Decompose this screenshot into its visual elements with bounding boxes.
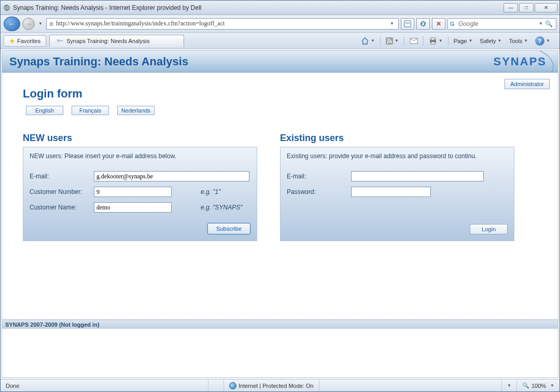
home-icon: [361, 37, 369, 45]
existing-users-panel: Existing users: provide your e-mail addr…: [280, 147, 514, 241]
zoom-level: 100%: [531, 383, 546, 389]
page-icon: 🗎: [49, 21, 56, 27]
custname-example: e.g. "SYNAPS": [201, 204, 243, 211]
minimize-button[interactable]: —: [503, 3, 518, 12]
security-zone[interactable]: Internet | Protected Mode: On: [223, 380, 319, 391]
subscribe-button[interactable]: Subscribe: [207, 223, 250, 234]
close-button[interactable]: ✕: [535, 3, 557, 12]
svg-rect-2: [404, 21, 411, 27]
home-button[interactable]: ▼: [358, 35, 378, 47]
login-button[interactable]: Login: [470, 224, 508, 234]
brand-logo: SYNAPS: [494, 55, 551, 68]
search-dropdown[interactable]: ▼: [538, 21, 544, 26]
nav-toolbar: ← → ▼ 🗎 ▼ ✕ G ▼ 🔍: [1, 15, 559, 33]
lang-francais[interactable]: Français: [72, 106, 109, 115]
zoom-control[interactable]: 🔍 100% ▼: [516, 380, 559, 391]
google-icon: G: [450, 20, 458, 27]
lang-english[interactable]: English: [26, 106, 63, 115]
address-bar[interactable]: 🗎 ▼: [46, 18, 399, 30]
mail-button[interactable]: [407, 35, 421, 47]
globe-icon: [229, 382, 236, 389]
refresh-button[interactable]: [416, 18, 430, 30]
new-email-label: E-mail:: [30, 173, 94, 180]
status-pad1: [208, 380, 223, 391]
ie-icon: [3, 4, 11, 12]
page-footer-strip: SYNAPS 2007-2009 (Not logged in): [2, 319, 558, 329]
window-titlebar: Synaps Training: Needs Analysis - Intern…: [1, 1, 559, 15]
customer-number-input[interactable]: [94, 187, 172, 197]
password-label: Password:: [287, 188, 351, 195]
customer-name-label: Customer Name:: [30, 204, 94, 211]
customer-name-input[interactable]: [94, 202, 172, 213]
tab-bar: ★ Favorites ៚ Synaps Training: Needs Ana…: [1, 33, 559, 49]
compat-view-button[interactable]: [401, 18, 414, 30]
rss-icon: [386, 37, 393, 45]
search-input[interactable]: [458, 20, 538, 27]
stop-button[interactable]: ✕: [432, 18, 445, 30]
svg-rect-9: [431, 38, 435, 40]
tab-swirl-icon: ៚: [57, 37, 63, 45]
administrator-button[interactable]: Administrator: [505, 79, 550, 89]
print-button[interactable]: ▼: [426, 35, 446, 47]
status-pad2: [319, 380, 501, 391]
search-box[interactable]: G ▼ 🔍: [447, 18, 556, 30]
page-title: Synaps Training: Needs Analysis: [9, 55, 188, 68]
existing-email-input[interactable]: [351, 171, 484, 181]
svg-rect-10: [431, 42, 435, 44]
favorites-label: Favorites: [17, 38, 40, 44]
page-viewport: Synaps Training: Needs Analysis SYNAPS A…: [2, 50, 558, 378]
search-go-icon[interactable]: 🔍: [544, 20, 554, 27]
help-button[interactable]: ?▼: [532, 35, 553, 47]
command-bar: ▼ ▼ ▼ Page▼ Safety▼ Tools▼ ?▼: [358, 35, 556, 47]
customer-number-label: Customer Number:: [30, 188, 94, 195]
back-button[interactable]: ←: [4, 17, 20, 31]
favorites-button[interactable]: ★ Favorites: [4, 35, 46, 47]
existing-email-label: E-mail:: [287, 173, 351, 180]
nav-history-dropdown[interactable]: ▼: [37, 18, 44, 30]
window-title: Synaps Training: Needs Analysis - Intern…: [13, 4, 503, 11]
page-header: Synaps Training: Needs Analysis SYNAPS: [2, 51, 558, 73]
existing-users-heading: Existing users: [280, 133, 514, 144]
browser-window: Synaps Training: Needs Analysis - Intern…: [0, 0, 560, 392]
printer-icon: [429, 37, 437, 45]
safety-menu[interactable]: Safety▼: [477, 35, 505, 47]
new-users-panel: NEW users: Please insert your e-mail add…: [23, 147, 257, 241]
help-icon: ?: [535, 36, 544, 46]
login-form-title: Login form: [23, 87, 537, 101]
language-row: English Français Nederlands: [26, 106, 537, 115]
existing-users-hint: Existing users: provide your e-mail addr…: [287, 152, 508, 160]
tab-active[interactable]: ៚ Synaps Training: Needs Analysis: [49, 35, 184, 47]
url-dropdown[interactable]: ▼: [388, 21, 396, 26]
svg-rect-3: [405, 23, 410, 23]
custnum-example: e.g. "1": [201, 188, 221, 195]
tools-menu[interactable]: Tools▼: [506, 35, 531, 47]
maximize-button[interactable]: □: [519, 3, 534, 12]
feeds-button[interactable]: ▼: [383, 35, 402, 47]
footer-text: SYNAPS 2007-2009 (Not logged in): [5, 321, 100, 328]
url-input[interactable]: [56, 20, 388, 27]
svg-text:G: G: [450, 21, 455, 27]
tab-title: Synaps Training: Needs Analysis: [66, 38, 149, 44]
star-icon: ★: [9, 37, 15, 45]
existing-users-column: Existing users Existing users: provide y…: [280, 133, 514, 241]
new-users-column: NEW users NEW users: Please insert your …: [23, 133, 257, 241]
new-email-input[interactable]: [94, 171, 249, 181]
lang-nederlands[interactable]: Nederlands: [117, 106, 155, 115]
new-users-heading: NEW users: [23, 133, 257, 144]
password-input[interactable]: [351, 187, 431, 197]
mail-icon: [410, 38, 418, 44]
page-menu[interactable]: Page▼: [451, 35, 476, 47]
forward-button[interactable]: →: [22, 18, 35, 30]
svg-point-6: [387, 41, 388, 43]
whitespace: [2, 329, 558, 377]
status-bar: Done Internet | Protected Mode: On ▼ 🔍 1…: [1, 379, 559, 391]
window-controls: — □ ✕: [503, 3, 557, 12]
page-body: Administrator Login form English Françai…: [2, 73, 558, 319]
zoom-icon: 🔍: [522, 382, 529, 389]
status-popup[interactable]: ▼: [501, 380, 516, 391]
new-users-hint: NEW users: Please insert your e-mail add…: [30, 152, 250, 160]
status-left: Done: [1, 380, 208, 391]
